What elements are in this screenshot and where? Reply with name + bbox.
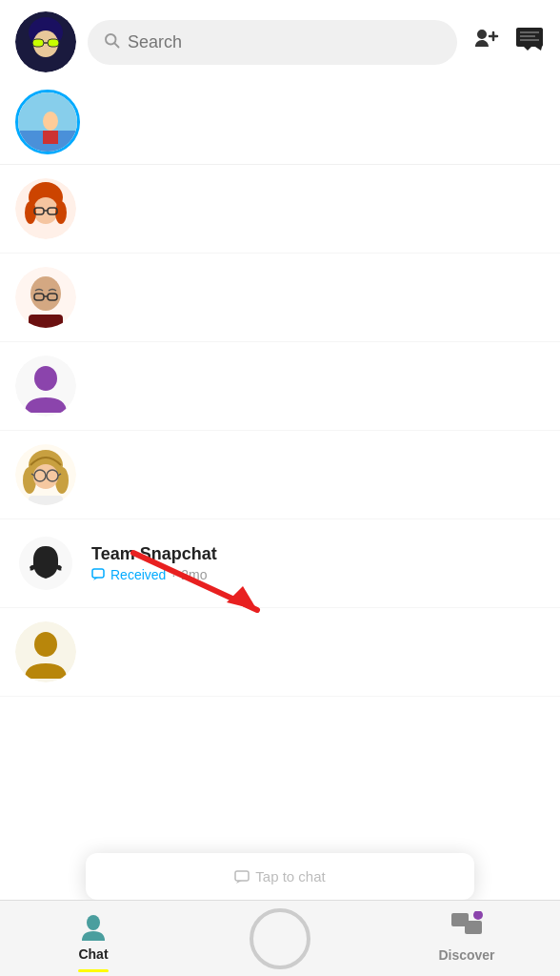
svg-point-45: [34, 632, 57, 657]
chat-avatar: [15, 621, 76, 682]
chat-nav-label: Chat: [78, 946, 108, 962]
add-friend-button[interactable]: [469, 24, 503, 60]
nav-center: [187, 901, 373, 976]
chat-avatar: [15, 356, 76, 417]
nav-chat-tab[interactable]: Chat: [0, 901, 187, 976]
chat-avatar: [15, 178, 76, 239]
svg-point-30: [34, 366, 57, 391]
stories-row: [0, 84, 560, 165]
chat-item[interactable]: [0, 254, 560, 342]
time-label: ·: [171, 567, 175, 582]
chat-list: Team Snapchat Received · 2mo: [0, 165, 560, 697]
bottom-nav: Chat Discover: [0, 900, 560, 976]
chat-avatar: [15, 267, 76, 328]
chat-item[interactable]: [0, 608, 560, 697]
search-icon: [103, 31, 120, 53]
chat-item[interactable]: [0, 431, 560, 519]
svg-rect-3: [32, 39, 44, 47]
svg-rect-43: [92, 569, 104, 578]
svg-rect-41: [29, 496, 63, 505]
received-label: Received: [110, 567, 166, 582]
team-snapchat-info: Team Snapchat Received · 2mo: [91, 544, 545, 582]
svg-rect-25: [29, 315, 63, 328]
svg-rect-14: [43, 131, 58, 144]
tap-to-chat-text: Tap to chat: [234, 868, 325, 884]
svg-rect-48: [235, 871, 249, 881]
header: [0, 0, 560, 84]
search-bar[interactable]: [88, 20, 457, 65]
chat-bubble-icon: [91, 568, 105, 581]
svg-line-7: [114, 43, 118, 47]
team-snapchat-sub: Received · 2mo: [91, 567, 545, 582]
tap-to-chat-popup: Tap to chat: [86, 853, 474, 900]
self-avatar[interactable]: [15, 11, 76, 72]
team-snapchat-name: Team Snapchat: [91, 544, 545, 564]
time-ago: 2mo: [181, 567, 207, 582]
chat-nav-icon: [78, 912, 109, 943]
chat-toggle-button[interactable]: [514, 26, 545, 59]
discover-nav-label: Discover: [438, 947, 494, 963]
chat-avatar: [15, 444, 76, 505]
svg-rect-51: [465, 921, 482, 934]
snapchat-ghost-avatar: [15, 533, 76, 594]
discover-nav-icon: [450, 911, 484, 944]
svg-point-49: [87, 915, 100, 930]
svg-point-52: [473, 911, 483, 920]
chat-item[interactable]: [0, 342, 560, 431]
svg-rect-4: [48, 39, 59, 47]
team-snapchat-chat-item[interactable]: Team Snapchat Received · 2mo: [0, 519, 560, 608]
search-input[interactable]: [128, 32, 442, 52]
nav-discover-tab[interactable]: Discover: [373, 901, 560, 976]
chat-item[interactable]: [0, 165, 560, 254]
capture-button[interactable]: [250, 908, 310, 969]
svg-point-13: [43, 112, 58, 131]
story-avatar-1[interactable]: [15, 90, 80, 154]
chat-bubble-small-icon: [234, 870, 250, 884]
